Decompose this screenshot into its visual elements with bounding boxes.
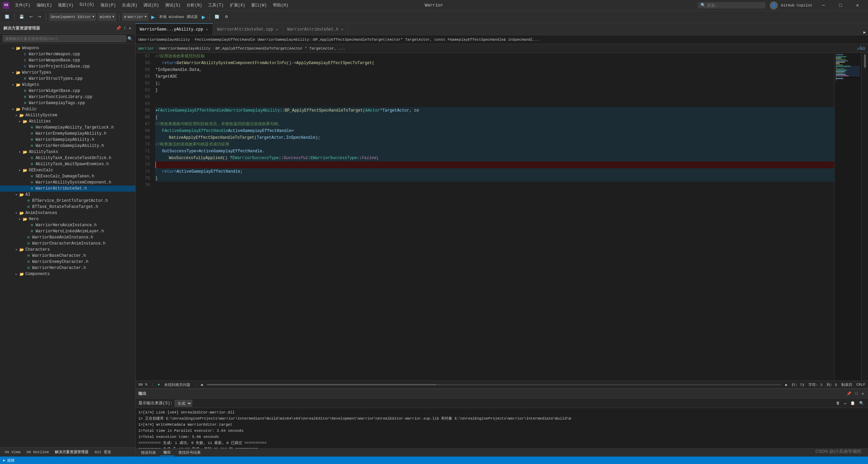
tree-node[interactable]: HWarriorGameplayTags.cpp (0, 100, 135, 106)
output-expand-btn[interactable]: □ (854, 391, 859, 397)
scroll-arrow-left[interactable]: ◀ (200, 383, 203, 387)
footer-tab-va-outline[interactable]: VA Outline (24, 449, 52, 455)
tree-node[interactable]: CWarriorHeroWeapon.cpp (0, 51, 135, 57)
sidebar-close-btn[interactable]: ✕ (128, 25, 132, 32)
output-clear-btn[interactable]: 🗑 (835, 400, 841, 406)
footer-tab-va-view[interactable]: VA View (2, 449, 23, 455)
tab-scroll-right[interactable]: ▶ (861, 30, 868, 35)
scroll-track[interactable] (207, 384, 781, 385)
code-area[interactable]: 5758596061626364656667686970717273747576… (136, 53, 834, 381)
run2-button[interactable]: ▶ (200, 14, 207, 20)
tree-node[interactable]: HWarriorCharacterAnimInstance.h (0, 240, 135, 247)
tree-node[interactable]: HWarriorAbilitySystemComponent.h (0, 179, 135, 186)
tree-node[interactable]: ▾📂AnimInstances (0, 210, 135, 216)
project-dropdown[interactable]: ⚙ Warrior ▼ (122, 13, 149, 21)
tree-node[interactable]: HAbilityTask_ExecuteTaskOnTick.h (0, 155, 135, 161)
search-input[interactable] (707, 3, 763, 8)
menu-project[interactable]: 项目(P) (98, 2, 119, 9)
footer-tab-git-changes[interactable]: Git 更改 (92, 449, 114, 455)
tree-node[interactable]: ▾📂Weapons (0, 45, 135, 51)
output-content[interactable]: 1>[3/4] Link [x64] UnrealEditor-Warrior.… (136, 408, 868, 448)
menu-extensions[interactable]: 扩展(X) (227, 2, 248, 9)
redo-button[interactable]: ↪ (36, 13, 43, 21)
tree-node[interactable]: HWarriorBaseCharacter.h (0, 253, 135, 259)
tree-node[interactable]: ▾📂Abilities (0, 118, 135, 124)
tree-node[interactable]: CWarriorWeaponBase.cpp (0, 57, 135, 63)
tree-node[interactable]: HWarriorWidgetBase.cpp (0, 88, 135, 94)
tab-attribute-set-cpp[interactable]: WarriorAttributeSet.cpp ✕ (213, 23, 283, 35)
tree-node[interactable]: ▾📂Hero (0, 216, 135, 222)
output-copy-btn[interactable]: 📋 (849, 400, 856, 406)
new-file-button[interactable]: 🔃 (3, 13, 12, 21)
refresh-button[interactable]: 🔄 (213, 13, 221, 21)
tab-attribute-set-h[interactable]: WarriorAttributeSet.h ✕ (283, 23, 348, 35)
tree-node[interactable]: HGEExecCalc_DamageTaken.h (0, 173, 135, 179)
platform-dropdown[interactable]: Win64 ▼ (98, 13, 116, 21)
save-button[interactable]: 💾 (17, 13, 26, 21)
profile-icon[interactable]: 👤 (770, 1, 778, 9)
tree-node[interactable]: HHeroGameplayAbility_TargetLock.h (0, 124, 135, 131)
tree-node[interactable]: HBTTask_RotateToFaceTarget.h (0, 204, 135, 210)
maximize-button[interactable]: □ (833, 0, 848, 11)
tree-node[interactable]: ▾📂AbilityTasks (0, 149, 135, 155)
profile-dropdown[interactable]: Development Editor ▼ (49, 13, 96, 21)
tree-node[interactable]: HWarriorBaseAnimInstance.h (0, 234, 135, 240)
bc2-file[interactable]: Warrior (138, 46, 154, 51)
sidebar-pin-btn[interactable]: 📌 (115, 25, 122, 32)
tab-close-1[interactable]: ✕ (275, 27, 279, 32)
output-tab-find-symbols[interactable]: 查找符号结果 (175, 449, 204, 456)
tree-node[interactable]: HWarriorFunctionLibrary.cpp (0, 94, 135, 100)
menu-edit[interactable]: 编辑(E) (34, 2, 55, 9)
bc-method[interactable]: FActiveGameplayEffectHandle UWarriorGame… (195, 38, 539, 42)
output-find-btn[interactable]: 🔍 (858, 400, 865, 406)
scroll-thumb[interactable] (864, 54, 866, 68)
menu-help[interactable]: 帮助(H) (270, 2, 291, 9)
tree-node[interactable]: HWarriorEnemyGameplayAbility.h (0, 131, 135, 137)
minimize-button[interactable]: ─ (816, 0, 831, 11)
tree-node[interactable]: CWarriorProjectileBase.cpp (0, 63, 135, 70)
tree-node[interactable]: HAbilityTask_WaitSpawnEnemies.h (0, 161, 135, 167)
tree-node[interactable]: ▾📂Widgets (0, 82, 135, 88)
tree-node[interactable]: ▸📁Components (0, 271, 135, 277)
tree-node[interactable]: HWarriorHeroAnimInstance.h (0, 222, 135, 228)
github-copilot[interactable]: GitHub Copilot (779, 1, 814, 9)
menu-debug[interactable]: 调试(D) (141, 2, 162, 9)
run-button[interactable]: ▶ (150, 14, 156, 20)
menu-tools[interactable]: 工具(T) (205, 2, 226, 9)
tree-node[interactable]: HWarriorStructTypes.cpp (0, 76, 135, 82)
tree-node[interactable]: ▾📂Public (0, 106, 135, 112)
tree-node[interactable]: ▾📂AI (0, 192, 135, 198)
tree-node[interactable]: ▾📂Characters (0, 247, 135, 253)
scroll-arrow-right[interactable]: ▶ (785, 383, 788, 387)
output-word-wrap-btn[interactable]: ↵ (843, 400, 848, 406)
title-search[interactable]: 🔍 (698, 2, 766, 8)
menu-view[interactable]: 视图(V) (55, 2, 76, 9)
tree-node[interactable]: HWarriorHeroCharacter.h (0, 265, 135, 271)
menu-git[interactable]: Git(G) (77, 2, 97, 9)
code-content[interactable]: //应用游戏效果规范到目标return GetWarriorAbilitySys… (153, 53, 834, 381)
bc2-class[interactable]: UWarriorGameplayAbility (159, 46, 211, 51)
menu-window[interactable]: 窗口(W) (249, 2, 270, 9)
tree-node[interactable]: HWarriorHeroLinkedAnimLayer.h (0, 228, 135, 234)
output-tab-output[interactable]: 输出 (160, 449, 174, 456)
output-pin-btn[interactable]: 📌 (845, 391, 853, 397)
tree-node[interactable]: HWarriorHeroGameplayAbility.h (0, 143, 135, 149)
go-button[interactable]: ↗Go (857, 45, 865, 51)
output-source-select[interactable]: 生成 (175, 400, 192, 407)
tree-node[interactable]: HWarriorAttributeSet.h (0, 186, 135, 192)
settings-button[interactable]: ⚙ (223, 13, 230, 21)
tree-node[interactable]: ▾📂AbilitySystem (0, 112, 135, 118)
menu-test[interactable]: 测试(S) (162, 2, 183, 9)
sidebar-search-input[interactable] (3, 35, 126, 42)
undo-button[interactable]: ↩ (27, 13, 35, 21)
sidebar-sync-btn[interactable]: ↕ (123, 25, 127, 32)
tab-close-2[interactable]: ✕ (340, 27, 344, 32)
menu-file[interactable]: 文件(F) (12, 2, 33, 9)
close-button[interactable]: ✕ (850, 0, 865, 11)
tree-node[interactable]: HBTService_OrientToTargetActor.h (0, 198, 135, 204)
bc2-method[interactable]: BP_ApplyEffectSpecHandleToTarget(AActor … (215, 46, 345, 51)
menu-analyze[interactable]: 分析(N) (184, 2, 205, 9)
tab-warrior-ability[interactable]: WarriorGame...yAbility.cpp ✕ (136, 23, 213, 35)
output-close-btn[interactable]: ✕ (860, 391, 865, 397)
zoom-level[interactable]: 90 % (138, 383, 147, 387)
